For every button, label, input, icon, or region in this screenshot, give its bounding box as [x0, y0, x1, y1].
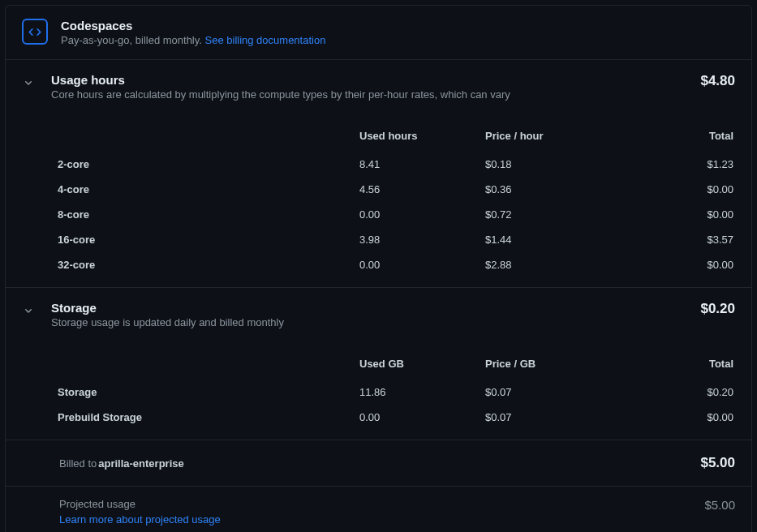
row-used: 11.86: [359, 386, 485, 398]
row-total: $1.23: [611, 158, 735, 170]
col-total: Total: [611, 358, 735, 370]
row-price: $2.88: [485, 259, 611, 271]
row-price: $0.36: [485, 183, 611, 195]
row-name: 16-core: [51, 234, 359, 246]
usage-hours-title: Usage hours: [51, 73, 700, 87]
row-price: $0.07: [485, 386, 611, 398]
usage-hours-desc: Core hours are calculated by multiplying…: [51, 88, 700, 101]
storage-title: Storage: [51, 301, 700, 315]
col-used-gb: Used GB: [359, 358, 485, 370]
row-name: 4-core: [51, 183, 359, 195]
col-total: Total: [611, 130, 735, 142]
row-used: 4.56: [359, 183, 485, 195]
storage-desc: Storage usage is updated daily and bille…: [51, 316, 700, 328]
panel-header: Codespaces Pay-as-you-go, billed monthly…: [6, 6, 751, 60]
billed-to-label: Billed to: [59, 457, 97, 470]
row-total: $0.00: [611, 411, 735, 423]
row-price: $0.07: [485, 411, 611, 423]
projected-usage-row: Projected usage Learn more about project…: [6, 487, 751, 532]
billed-to-row: Billed to aprilla-enterprise $5.00: [6, 440, 751, 487]
projected-usage-label: Projected usage: [59, 498, 704, 510]
table-row: 16-core3.98$1.44$3.57: [51, 227, 735, 252]
table-row: 32-core0.00$2.88$0.00: [51, 252, 735, 277]
storage-table: Used GB Price / GB Total Storage11.86$0.…: [51, 351, 735, 430]
table-row: 4-core4.56$0.36$0.00: [51, 177, 735, 202]
projected-usage-link[interactable]: Learn more about projected usage: [59, 513, 704, 526]
table-row: 8-core0.00$0.72$0.00: [51, 202, 735, 227]
row-name: Storage: [51, 386, 359, 398]
billed-amount: $5.00: [700, 455, 735, 471]
row-name: Prebuild Storage: [51, 411, 359, 423]
row-name: 2-core: [51, 158, 359, 170]
codespaces-icon: [22, 19, 48, 45]
storage-amount: $0.20: [700, 301, 735, 317]
row-total: $0.00: [611, 208, 735, 221]
table-header-row: Used hours Price / hour Total: [51, 123, 735, 152]
row-total: $0.20: [611, 386, 735, 398]
panel-subtitle: Pay-as-you-go, billed monthly. See billi…: [61, 34, 735, 46]
row-total: $3.57: [611, 234, 735, 246]
table-row: Prebuild Storage0.00$0.07$0.00: [51, 405, 735, 430]
panel-title: Codespaces: [61, 19, 735, 32]
row-used: 0.00: [359, 259, 485, 271]
row-total: $0.00: [611, 259, 735, 271]
storage-section: Storage Storage usage is updated daily a…: [6, 288, 751, 440]
row-used: 3.98: [359, 234, 485, 246]
billed-to-target: aprilla-enterprise: [98, 457, 184, 470]
table-row: Storage11.86$0.07$0.20: [51, 380, 735, 405]
row-used: 8.41: [359, 158, 485, 170]
chevron-down-icon[interactable]: [22, 304, 35, 320]
row-total: $0.00: [611, 183, 735, 195]
codespaces-billing-panel: Codespaces Pay-as-you-go, billed monthly…: [5, 5, 752, 532]
row-name: 32-core: [51, 259, 359, 271]
billing-docs-link[interactable]: See billing documentation: [205, 34, 326, 46]
col-price-gb: Price / GB: [485, 358, 611, 370]
col-price-hour: Price / hour: [485, 130, 611, 142]
projected-usage-amount: $5.00: [704, 498, 735, 526]
row-used: 0.00: [359, 411, 485, 423]
table-header-row: Used GB Price / GB Total: [51, 351, 735, 380]
usage-hours-section: Usage hours Core hours are calculated by…: [6, 60, 751, 288]
row-price: $0.72: [485, 208, 611, 221]
row-name: 8-core: [51, 208, 359, 221]
subtitle-text: Pay-as-you-go, billed monthly.: [61, 34, 205, 46]
row-price: $0.18: [485, 158, 611, 170]
row-price: $1.44: [485, 234, 611, 246]
chevron-down-icon[interactable]: [22, 76, 35, 92]
usage-hours-table: Used hours Price / hour Total 2-core8.41…: [51, 123, 735, 277]
usage-hours-amount: $4.80: [700, 73, 735, 89]
row-used: 0.00: [359, 208, 485, 221]
col-used-hours: Used hours: [359, 130, 485, 142]
table-row: 2-core8.41$0.18$1.23: [51, 152, 735, 177]
